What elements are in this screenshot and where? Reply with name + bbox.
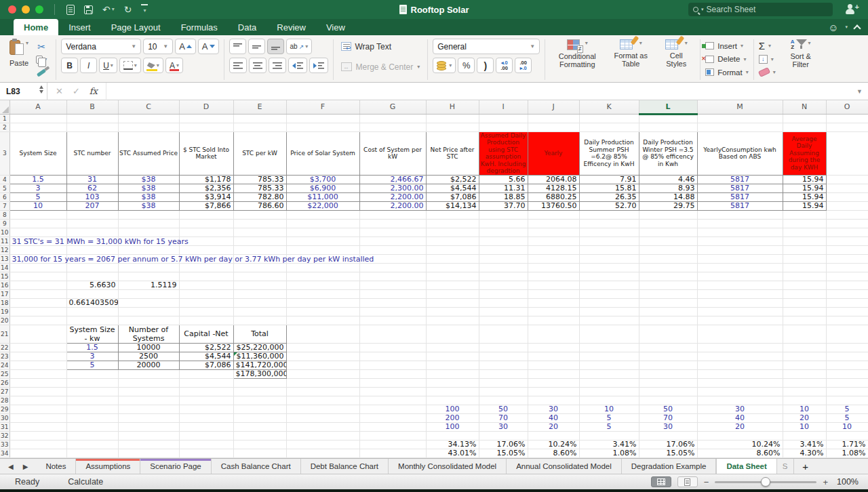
cell-G16[interactable] [359, 281, 426, 289]
sheet-tab-data-sheet[interactable]: Data Sheet [716, 459, 776, 474]
decrease-decimal-button[interactable]: .00▸.0 [515, 58, 532, 73]
decrease-font-size-button[interactable]: A [198, 39, 219, 54]
column-header-H[interactable]: H [426, 100, 479, 114]
cell-D6[interactable]: $3,914 [179, 192, 233, 201]
row-header-24[interactable]: 24 [0, 361, 9, 369]
cell-J27[interactable] [528, 387, 579, 396]
cell-N1[interactable] [783, 114, 826, 123]
cell-I15[interactable] [479, 272, 528, 281]
row-header-19[interactable]: 19 [0, 307, 9, 316]
cell-L32[interactable] [639, 431, 697, 440]
sheet-tab-s[interactable]: S [777, 459, 794, 474]
cell-G2[interactable] [359, 123, 426, 131]
cell-L2[interactable] [639, 123, 697, 131]
cell-J6[interactable]: 6880.25 [528, 192, 579, 201]
cell-E29[interactable] [233, 405, 286, 413]
cell-F22[interactable] [286, 343, 359, 352]
cell-J18[interactable] [528, 298, 579, 307]
cell-C24[interactable]: 20000 [118, 361, 179, 369]
sheet-tab-assumptions[interactable]: Assumptions [76, 459, 140, 474]
cell-O26[interactable] [826, 378, 868, 387]
sort-filter-button[interactable]: AZ ▾ Sort & Filter [781, 39, 821, 81]
cell-N22[interactable] [783, 343, 826, 352]
row-header-27[interactable]: 27 [0, 387, 9, 396]
cell-D3[interactable]: $ STC Sold Into Market [179, 131, 233, 175]
cell-K16[interactable] [579, 281, 639, 289]
cell-O1[interactable] [826, 114, 868, 123]
cell-C17[interactable] [118, 289, 179, 298]
cell-A18[interactable] [9, 298, 66, 307]
row-header-2[interactable]: 2 [0, 123, 9, 131]
cell-M9[interactable] [697, 219, 783, 228]
bold-button[interactable]: B [61, 58, 78, 73]
cell-O29[interactable]: 5 [826, 405, 868, 413]
row-header-6[interactable]: 6 [0, 192, 9, 201]
cell-A33[interactable] [9, 440, 66, 449]
cell-D28[interactable] [179, 396, 233, 405]
cell-A30[interactable] [9, 413, 66, 422]
accounting-format-button[interactable]: ▾ [433, 58, 456, 73]
cell-I33[interactable]: 17.06% [479, 440, 528, 449]
cell-H11[interactable] [426, 237, 479, 245]
cell-O27[interactable] [826, 387, 868, 396]
cell-M27[interactable] [697, 387, 783, 396]
cell-N12[interactable] [783, 245, 826, 254]
row-header-15[interactable]: 15 [0, 272, 9, 281]
cell-O9[interactable] [826, 219, 868, 228]
cell-B32[interactable] [66, 431, 118, 440]
cell-K30[interactable]: 5 [579, 413, 639, 422]
cancel-entry-icon[interactable]: ✕ [56, 86, 63, 96]
cell-N27[interactable] [783, 387, 826, 396]
cell-F9[interactable] [286, 219, 359, 228]
column-header-J[interactable]: J [528, 100, 579, 114]
minimize-window-button[interactable] [22, 5, 30, 14]
cell-A3[interactable]: System Size [9, 131, 66, 175]
cell-A6[interactable]: 5 [9, 192, 66, 201]
column-header-N[interactable]: N [783, 100, 826, 114]
cell-H21[interactable] [426, 325, 479, 343]
ribbon-tab-formulas[interactable]: Formulas [171, 19, 228, 35]
cell-A8[interactable] [9, 210, 66, 219]
cell-O19[interactable] [826, 307, 868, 316]
cell-J23[interactable] [528, 352, 579, 361]
cell-G11[interactable] [359, 237, 426, 245]
cell-M6[interactable]: 5817 [697, 192, 783, 201]
cell-C26[interactable] [118, 378, 179, 387]
cell-I24[interactable] [479, 361, 528, 369]
cell-K29[interactable]: 10 [579, 405, 639, 413]
cell-O8[interactable] [826, 210, 868, 219]
cell-O28[interactable] [826, 396, 868, 405]
number-format-select[interactable]: General▼ [433, 39, 540, 54]
cell-E20[interactable] [233, 316, 286, 325]
underline-button[interactable]: U▾ [99, 58, 117, 73]
row-header-20[interactable]: 20 [0, 316, 9, 325]
cell-A15[interactable] [9, 272, 66, 281]
cell-O16[interactable] [826, 281, 868, 289]
cell-H7[interactable]: $14,134 [426, 201, 479, 210]
cell-O3[interactable] [826, 131, 868, 175]
column-header-D[interactable]: D [179, 100, 233, 114]
cell-B1[interactable] [66, 114, 118, 123]
cell-M31[interactable]: 20 [697, 422, 783, 431]
cell-A29[interactable] [9, 405, 66, 413]
cell-A2[interactable] [9, 123, 66, 131]
cell-K15[interactable] [579, 272, 639, 281]
cell-O23[interactable] [826, 352, 868, 361]
feedback-smiley-icon[interactable]: ☺ [828, 22, 838, 33]
row-header-22[interactable]: 22 [0, 343, 9, 352]
cell-I14[interactable] [479, 263, 528, 272]
cell-F10[interactable] [286, 228, 359, 237]
cell-F15[interactable] [286, 272, 359, 281]
cell-L9[interactable] [639, 219, 697, 228]
cell-F12[interactable] [286, 245, 359, 254]
column-header-L[interactable]: L [639, 100, 697, 114]
cell-E6[interactable]: 782.80 [233, 192, 286, 201]
cell-B3[interactable]: STC number [66, 131, 118, 175]
cell-M2[interactable] [697, 123, 783, 131]
cell-L15[interactable] [639, 272, 697, 281]
ribbon-tab-view[interactable]: View [316, 19, 355, 35]
cell-O25[interactable] [826, 369, 868, 378]
cell-I8[interactable] [479, 210, 528, 219]
cell-C22[interactable]: 10000 [118, 343, 179, 352]
cell-C7[interactable]: $38 [118, 201, 179, 210]
